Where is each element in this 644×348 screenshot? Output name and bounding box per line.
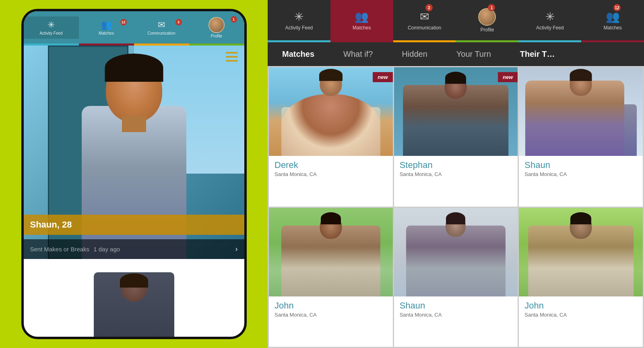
content-section: ✳ Activity Feed 👥 Matches ✉ Communicatio… (268, 0, 644, 348)
top-nav-profile[interactable]: Profile 1 (456, 0, 518, 40)
match-name-john-br: John (524, 300, 637, 311)
phone-nav-profile[interactable]: Profile 1 (189, 14, 244, 41)
hair-john-br (570, 212, 591, 224)
portrait-john-bl (269, 208, 393, 296)
match-photo-john-br (519, 208, 643, 296)
match-name-stephan: Stephan (400, 160, 512, 170)
top-matches-2-label: Matches (603, 25, 621, 31)
phone-nav-communication[interactable]: ✉ Communication 3 (134, 17, 189, 39)
match-location-shaun-right: Santa Monica, CA (524, 171, 637, 177)
hamburger-icon[interactable] (226, 52, 238, 63)
tab-their-turn[interactable]: Their T… (506, 42, 570, 66)
top-communication-icon: ✉ (420, 10, 429, 23)
profile-badge: 1 (231, 16, 237, 23)
match-info-shaun-right: Shaun Santa Monica, CA (519, 156, 643, 182)
matches-icon: 👥 (101, 20, 112, 30)
matches-grid: new Derek Santa Monica, CA new Stephan S… (268, 66, 644, 348)
phone-nav: ✳ Activity Feed 👥 Matches 12 ✉ Communica… (24, 11, 244, 44)
match-location-shaun-bm: Santa Monica, CA (400, 312, 512, 318)
second-person-preview (94, 272, 174, 337)
top-activity-feed-2-label: Activity Feed (536, 25, 564, 31)
match-card-shaun-right[interactable]: Shaun Santa Monica, CA (519, 67, 643, 207)
match-location-stephan: Santa Monica, CA (400, 171, 512, 177)
match-name-shaun-bm: Shaun (400, 300, 512, 311)
phone-screen: ✳ Activity Feed 👥 Matches 12 ✉ Communica… (24, 11, 244, 337)
phone-nav-communication-label: Communication (147, 31, 175, 35)
match-photo-shaun-bm (394, 208, 518, 296)
phone-action-text: Sent Makes or Breaks 1 day ago (30, 246, 120, 253)
match-info-john-br: John Santa Monica, CA (519, 296, 643, 323)
match-card-shaun-bm[interactable]: Shaun Santa Monica, CA (394, 208, 518, 347)
match-name-derek: Derek (275, 160, 387, 170)
top-nav-activity-feed[interactable]: ✳ Activity Feed (268, 0, 330, 40)
top-nav-matches-2[interactable]: 👥 Matches 12 (581, 0, 644, 40)
svg-rect-0 (226, 52, 238, 54)
phone-nav-activity-feed-label: Activity Feed (39, 31, 62, 35)
phone-frame: ✳ Activity Feed 👥 Matches 12 ✉ Communica… (21, 9, 247, 339)
action-time: 1 day ago (93, 246, 120, 253)
top-profile-label: Profile (480, 27, 494, 33)
phone-nav-activity-feed[interactable]: ✳ Activity Feed (24, 17, 79, 39)
top-activity-feed-2-icon: ✳ (545, 10, 555, 23)
match-location-derek: Santa Monica, CA (275, 171, 387, 177)
top-communication-badge: 3 (425, 4, 433, 11)
top-matches-2-badge: 12 (613, 4, 621, 11)
phone-main-image: Shaun, 28 Sent Makes or Breaks 1 day ago… (24, 46, 244, 259)
match-info-stephan: Stephan Santa Monica, CA (394, 156, 518, 182)
new-badge-derek: new (373, 72, 392, 82)
match-card-stephan[interactable]: new Stephan Santa Monica, CA (394, 67, 518, 207)
phone-action-bar[interactable]: Sent Makes or Breaks 1 day ago › (24, 239, 244, 259)
tab-your-turn[interactable]: Your Turn (442, 42, 506, 66)
hair-shaun-r (570, 69, 592, 81)
new-badge-stephan: new (498, 72, 518, 82)
communication-badge: 3 (175, 19, 182, 25)
match-info-derek: Derek Santa Monica, CA (269, 156, 393, 182)
hair-derek (319, 69, 343, 81)
match-info-shaun-bm: Shaun Santa Monica, CA (394, 296, 518, 323)
top-nav: ✳ Activity Feed 👥 Matches ✉ Communicatio… (268, 0, 644, 40)
tab-bar: Matches What if? Hidden Your Turn Their … (268, 42, 644, 66)
top-nav-activity-feed-2[interactable]: ✳ Activity Feed (518, 0, 581, 40)
tab-what-if[interactable]: What if? (329, 42, 387, 66)
match-card-john-br[interactable]: John Santa Monica, CA (519, 208, 643, 347)
portrait-shaun-bm (394, 208, 518, 296)
match-location-john-bl: Santa Monica, CA (275, 312, 387, 318)
hair-john-bl (321, 212, 341, 224)
portrait-shaun-right (519, 67, 643, 156)
hair-shaun-bm (446, 212, 465, 224)
communication-icon: ✉ (158, 20, 165, 30)
chevron-right-icon: › (235, 245, 238, 253)
matches-badge: 12 (120, 19, 127, 25)
match-info-john-bl: John Santa Monica, CA (269, 296, 393, 323)
match-photo-derek: new (269, 67, 393, 156)
match-photo-shaun-right (519, 67, 643, 156)
person-name: Shaun, 28 (30, 220, 72, 230)
match-photo-john-bl (269, 208, 393, 296)
phone-nav-matches-label: Matches (99, 31, 114, 35)
top-activity-feed-icon: ✳ (294, 10, 303, 23)
top-nav-communication[interactable]: ✉ Communication 3 (393, 0, 456, 40)
svg-rect-2 (226, 60, 238, 62)
match-photo-stephan: new (394, 67, 518, 156)
top-nav-matches[interactable]: 👥 Matches (330, 0, 393, 40)
top-matches-icon: 👥 (355, 10, 369, 23)
match-card-derek[interactable]: new Derek Santa Monica, CA (269, 67, 393, 207)
tab-hidden[interactable]: Hidden (387, 42, 442, 66)
tab-matches[interactable]: Matches (268, 42, 329, 66)
top-communication-label: Communication (408, 25, 441, 31)
top-profile-badge: 1 (488, 4, 495, 11)
top-matches-2-icon: 👥 (606, 10, 620, 23)
match-location-john-br: Santa Monica, CA (524, 312, 637, 318)
action-label: Sent Makes or Breaks (30, 246, 90, 253)
phone-name-bar: Shaun, 28 (24, 215, 244, 235)
match-name-shaun-right: Shaun (524, 160, 637, 170)
phone-section: ✳ Activity Feed 👥 Matches 12 ✉ Communica… (0, 0, 268, 348)
match-card-john-bl[interactable]: John Santa Monica, CA (269, 208, 393, 347)
phone-nav-matches[interactable]: 👥 Matches 12 (79, 17, 134, 39)
top-activity-feed-label: Activity Feed (285, 25, 313, 31)
match-name-john-bl: John (275, 300, 387, 311)
phone-nav-profile-label: Profile (211, 34, 222, 38)
svg-rect-1 (226, 56, 238, 58)
top-matches-label: Matches (353, 25, 371, 31)
portrait-john-br (519, 208, 643, 296)
